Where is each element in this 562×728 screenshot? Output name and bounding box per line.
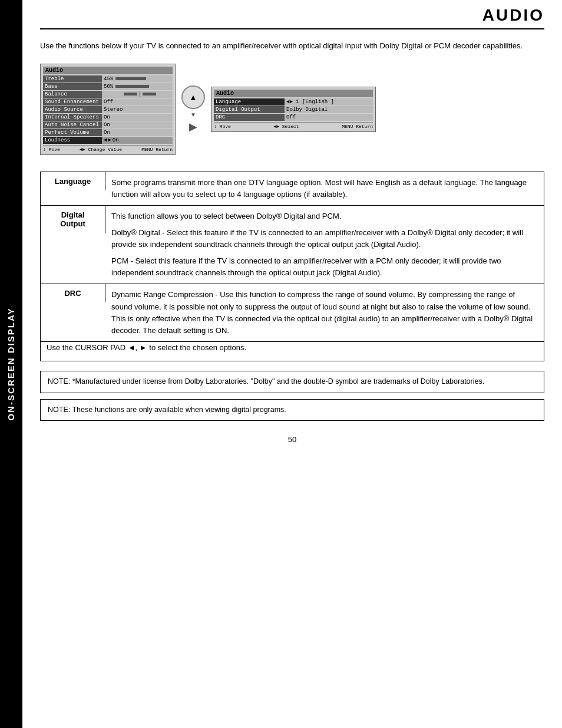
drc-after: Use the CURSOR PAD ◄, ► to select the ch… xyxy=(40,342,544,361)
menu-row-loudness: Loudness ◄►On xyxy=(43,137,173,144)
language-content: Some programs transmit more than one DTV… xyxy=(105,172,544,205)
arrow-divider: ▲ ▼ ▶ xyxy=(181,85,205,133)
drc-section: DRC Dynamic Range Compression - Use this… xyxy=(40,284,544,342)
menu-row-perfect-volume: Perfect Volume On xyxy=(43,129,173,136)
page-number: 50 xyxy=(40,435,544,444)
left-menu-diagram: Audio Treble 45% Bass 50% Balance | Soun… xyxy=(40,64,176,155)
left-menu-title: Audio xyxy=(43,67,173,74)
note-2: NOTE: These functions are only available… xyxy=(40,399,544,421)
right-menu-footer: ↕ Move ◄► Select MENU Return xyxy=(214,122,373,129)
digital-output-content: This function allows you to select betwe… xyxy=(105,206,544,284)
menu-row-balance: Balance | xyxy=(43,91,173,98)
menu-row-treble: Treble 45% xyxy=(43,75,173,83)
page-title: AUDIO xyxy=(482,6,544,25)
sidebar: ON-SCREEN DISPLAY xyxy=(0,0,22,728)
nav-circle: ▲ xyxy=(181,85,205,109)
page-header: AUDIO xyxy=(40,0,544,29)
drc-content: Dynamic Range Compression - Use this fun… xyxy=(105,284,544,341)
language-label: Language xyxy=(41,172,105,190)
menu-row-auto-noise: Auto Noise Cancel On xyxy=(43,121,173,129)
right-menu-row-language: Language ◄► 1 [English ] xyxy=(214,98,373,106)
note-1: NOTE: *Manufactured under license from D… xyxy=(40,371,544,393)
menu-row-audio-source: Audio Source Stereo xyxy=(43,106,173,113)
language-section: Language Some programs transmit more tha… xyxy=(40,172,544,206)
drc-label: DRC xyxy=(41,284,105,302)
menu-row-internal-speakers: Internal Speakers On xyxy=(43,114,173,121)
digital-output-label: DigitalOutput xyxy=(41,206,105,233)
right-menu-diagram: Audio Language ◄► 1 [English ] Digital O… xyxy=(211,87,376,132)
intro-text: Use the functions below if your TV is co… xyxy=(40,40,544,52)
right-menu-title: Audio xyxy=(214,90,373,97)
left-menu-footer: ↕ Move ◄► Change Value MENU Return xyxy=(43,145,173,152)
left-menu-title-text: Audio xyxy=(45,67,63,74)
right-menu-row-drc: DRC Off xyxy=(214,114,373,121)
screen-diagrams: Audio Treble 45% Bass 50% Balance | Soun… xyxy=(40,64,544,155)
right-menu-row-digital-output: Digital Output Dolby Digital xyxy=(214,106,373,113)
menu-row-bass: Bass 50% xyxy=(43,83,173,90)
menu-row-sound-enhancement: Sound Enhancement Off xyxy=(43,98,173,106)
digital-output-section: DigitalOutput This function allows you t… xyxy=(40,206,544,285)
sidebar-label: ON-SCREEN DISPLAY xyxy=(6,308,16,421)
